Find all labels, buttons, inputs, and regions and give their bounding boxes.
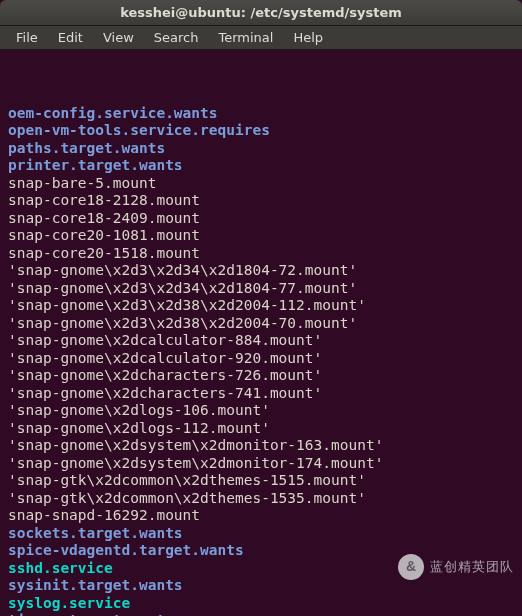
terminal-line: sockets.target.wants: [8, 525, 514, 543]
terminal-line: 'snap-gnome\x2d3\x2d34\x2d1804-72.mount': [8, 262, 514, 280]
watermark: & 蓝创精英团队: [398, 554, 514, 580]
menu-search[interactable]: Search: [144, 28, 209, 47]
window-titlebar: kesshei@ubuntu: /etc/systemd/system: [0, 0, 522, 26]
menu-edit[interactable]: Edit: [48, 28, 93, 47]
terminal-line: snap-core20-1081.mount: [8, 227, 514, 245]
terminal-line: 'snap-gtk\x2dcommon\x2dthemes-1535.mount…: [8, 490, 514, 508]
terminal-line: snap-core18-2128.mount: [8, 192, 514, 210]
terminal-area[interactable]: oem-config.service.wantsopen-vm-tools.se…: [0, 50, 522, 616]
terminal-line: snap-snapd-16292.mount: [8, 507, 514, 525]
terminal-line: 'snap-gnome\x2dsystem\x2dmonitor-163.mou…: [8, 437, 514, 455]
terminal-window: kesshei@ubuntu: /etc/systemd/system File…: [0, 0, 522, 616]
menu-help[interactable]: Help: [283, 28, 333, 47]
terminal-line: 'snap-gnome\x2dcalculator-884.mount': [8, 332, 514, 350]
terminal-line: paths.target.wants: [8, 140, 514, 158]
menu-view[interactable]: View: [93, 28, 144, 47]
window-title: kesshei@ubuntu: /etc/systemd/system: [120, 5, 402, 20]
menu-file[interactable]: File: [6, 28, 48, 47]
terminal-line: 'snap-gnome\x2d3\x2d38\x2d2004-70.mount': [8, 315, 514, 333]
terminal-line: snap-core18-2409.mount: [8, 210, 514, 228]
terminal-line: 'snap-gtk\x2dcommon\x2dthemes-1515.mount…: [8, 472, 514, 490]
menu-terminal[interactable]: Terminal: [208, 28, 283, 47]
terminal-line: 'snap-gnome\x2dcharacters-741.mount': [8, 385, 514, 403]
terminal-line: 'snap-gnome\x2d3\x2d38\x2d2004-112.mount…: [8, 297, 514, 315]
terminal-line: open-vm-tools.service.requires: [8, 122, 514, 140]
terminal-line: oem-config.service.wants: [8, 105, 514, 123]
menubar: File Edit View Search Terminal Help: [0, 26, 522, 50]
terminal-line: 'snap-gnome\x2dsystem\x2dmonitor-174.mou…: [8, 455, 514, 473]
terminal-line: snap-core20-1518.mount: [8, 245, 514, 263]
terminal-line: 'snap-gnome\x2dlogs-112.mount': [8, 420, 514, 438]
terminal-line: timers.target.wants: [8, 612, 514, 616]
watermark-text: 蓝创精英团队: [430, 558, 514, 576]
terminal-line: 'snap-gnome\x2dcalculator-920.mount': [8, 350, 514, 368]
terminal-line: snap-bare-5.mount: [8, 175, 514, 193]
terminal-line: printer.target.wants: [8, 157, 514, 175]
terminal-line: 'snap-gnome\x2dcharacters-726.mount': [8, 367, 514, 385]
terminal-line: 'snap-gnome\x2d3\x2d34\x2d1804-77.mount': [8, 280, 514, 298]
wechat-icon: &: [398, 554, 424, 580]
terminal-line: 'snap-gnome\x2dlogs-106.mount': [8, 402, 514, 420]
terminal-line: syslog.service: [8, 595, 514, 613]
